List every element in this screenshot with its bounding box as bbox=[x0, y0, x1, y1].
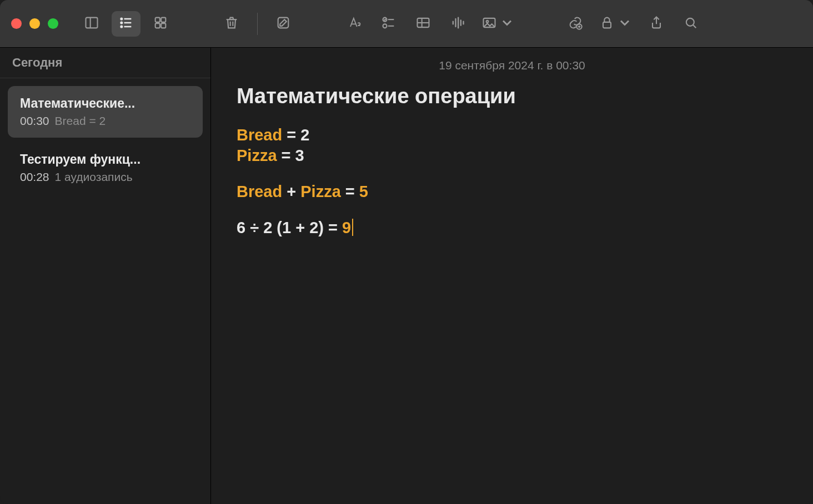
chevron-down-icon bbox=[499, 15, 515, 33]
sidebar-toggle-button[interactable] bbox=[77, 11, 106, 37]
trash-icon bbox=[224, 15, 239, 33]
audio-button[interactable] bbox=[443, 11, 472, 37]
text-cursor bbox=[352, 219, 353, 235]
math-block: 6 ÷ 2 (1 + 2) = 9 bbox=[237, 218, 787, 238]
math-variable: Pizza bbox=[300, 183, 341, 200]
minimize-window-button[interactable] bbox=[29, 18, 40, 29]
math-text: 6 ÷ 2 (1 + 2) = bbox=[237, 219, 342, 236]
math-text: = 3 bbox=[277, 147, 304, 164]
math-line: Bread = 2 bbox=[237, 125, 787, 145]
sidebar-toggle-icon bbox=[84, 15, 99, 33]
svg-rect-8 bbox=[155, 17, 160, 22]
note-item-subtitle: 00:28 1 аудиозапись bbox=[20, 170, 190, 184]
photo-icon bbox=[481, 15, 497, 33]
window-controls bbox=[11, 18, 58, 29]
share-icon bbox=[649, 15, 664, 33]
math-variable: Bread bbox=[237, 183, 282, 200]
checklist-icon bbox=[381, 15, 397, 33]
grid-view-icon bbox=[153, 15, 168, 33]
link-button[interactable] bbox=[561, 11, 590, 37]
sidebar-section-label: Сегодня bbox=[0, 48, 210, 78]
math-text: + bbox=[282, 183, 300, 200]
svg-rect-11 bbox=[161, 23, 165, 28]
svg-rect-10 bbox=[155, 23, 160, 28]
note-item-time: 00:28 bbox=[20, 170, 49, 184]
list-view-icon bbox=[118, 15, 134, 33]
delete-button[interactable] bbox=[217, 11, 246, 37]
math-result: 9 bbox=[342, 219, 351, 236]
toolbar bbox=[0, 0, 813, 48]
note-item-time: 00:30 bbox=[20, 114, 49, 128]
link-add-icon bbox=[568, 15, 583, 33]
compose-button[interactable] bbox=[269, 11, 298, 37]
note-title: Математические операции bbox=[237, 84, 787, 108]
toolbar-divider bbox=[257, 13, 258, 35]
note-editor[interactable]: 19 сентября 2024 г. в 00:30 Математическ… bbox=[211, 48, 813, 504]
close-window-button[interactable] bbox=[11, 18, 22, 29]
math-line: Bread + Pizza = 5 bbox=[237, 182, 787, 202]
note-item-title: Математические... bbox=[20, 96, 190, 111]
table-icon bbox=[415, 15, 431, 33]
search-icon bbox=[683, 15, 699, 33]
checklist-button[interactable] bbox=[374, 11, 403, 37]
media-button[interactable] bbox=[478, 11, 519, 37]
math-result: 5 bbox=[359, 183, 368, 200]
svg-point-2 bbox=[121, 18, 122, 19]
math-block: Bread = 2 Pizza = 3 bbox=[237, 125, 787, 166]
format-text-icon bbox=[347, 15, 362, 33]
svg-point-18 bbox=[383, 24, 387, 28]
note-item-subtitle: 00:30 Bread = 2 bbox=[20, 114, 190, 128]
note-item-preview: Bread = 2 bbox=[55, 114, 106, 128]
lock-button[interactable] bbox=[595, 11, 636, 37]
note-list-sidebar: Сегодня Математические... 00:30 Bread = … bbox=[0, 48, 211, 504]
math-line: Pizza = 3 bbox=[237, 145, 787, 166]
format-button[interactable] bbox=[340, 11, 369, 37]
svg-rect-0 bbox=[86, 17, 98, 28]
svg-rect-33 bbox=[603, 22, 611, 28]
table-button[interactable] bbox=[409, 11, 438, 37]
app-body: Сегодня Математические... 00:30 Bread = … bbox=[0, 48, 813, 504]
note-list: Математические... 00:30 Bread = 2 Тестир… bbox=[0, 78, 210, 201]
search-button[interactable] bbox=[676, 11, 705, 37]
svg-point-29 bbox=[486, 20, 489, 22]
app-window: Сегодня Математические... 00:30 Bread = … bbox=[0, 0, 813, 504]
math-block: Bread + Pizza = 5 bbox=[237, 182, 787, 202]
note-item-title: Тестируем функц... bbox=[20, 152, 190, 167]
chevron-down-icon bbox=[617, 15, 633, 33]
svg-point-34 bbox=[686, 18, 694, 26]
math-line: 6 ÷ 2 (1 + 2) = 9 bbox=[237, 218, 787, 238]
math-text: = 2 bbox=[282, 126, 309, 144]
math-text: = bbox=[341, 183, 359, 200]
share-button[interactable] bbox=[642, 11, 671, 37]
svg-point-4 bbox=[121, 22, 122, 23]
note-list-item[interactable]: Математические... 00:30 Bread = 2 bbox=[8, 86, 203, 138]
math-variable: Bread bbox=[237, 126, 282, 144]
list-view-button[interactable] bbox=[112, 11, 140, 37]
svg-point-6 bbox=[121, 26, 122, 27]
svg-rect-9 bbox=[161, 17, 165, 22]
audio-waveform-icon bbox=[450, 15, 465, 33]
svg-line-35 bbox=[693, 25, 696, 28]
note-item-preview: 1 аудиозапись bbox=[55, 170, 133, 184]
lock-icon bbox=[599, 15, 615, 33]
grid-view-button[interactable] bbox=[146, 11, 175, 37]
compose-icon bbox=[275, 15, 291, 33]
zoom-window-button[interactable] bbox=[48, 18, 58, 29]
note-list-item[interactable]: Тестируем функц... 00:28 1 аудиозапись bbox=[8, 142, 203, 194]
math-variable: Pizza bbox=[237, 147, 277, 164]
note-date: 19 сентября 2024 г. в 00:30 bbox=[211, 48, 813, 74]
note-body[interactable]: Математические операции Bread = 2 Pizza … bbox=[211, 74, 813, 276]
